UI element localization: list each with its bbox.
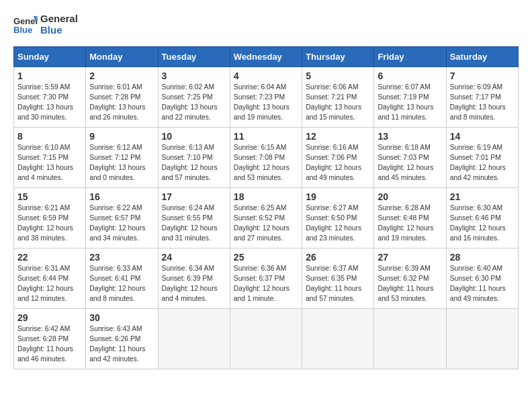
day-number: 8	[17, 131, 82, 142]
svg-text:Blue: Blue	[13, 25, 32, 35]
day-info: Sunrise: 6:02 AM Sunset: 7:25 PM Dayligh…	[162, 83, 226, 123]
col-header-monday: Monday	[86, 47, 158, 67]
header-row: SundayMondayTuesdayWednesdayThursdayFrid…	[14, 47, 519, 67]
day-number: 16	[89, 191, 154, 202]
day-info: Sunrise: 6:09 AM Sunset: 7:17 PM Dayligh…	[450, 83, 515, 123]
day-info: Sunrise: 6:01 AM Sunset: 7:28 PM Dayligh…	[89, 83, 154, 123]
day-cell	[302, 309, 374, 369]
day-cell: 23Sunrise: 6:33 AM Sunset: 6:41 PM Dayli…	[86, 248, 158, 309]
day-number: 30	[89, 312, 154, 323]
day-cell: 8Sunrise: 6:10 AM Sunset: 7:15 PM Daylig…	[14, 128, 86, 188]
day-number: 5	[306, 71, 370, 81]
day-number: 25	[234, 252, 298, 263]
calendar-table: SundayMondayTuesdayWednesdayThursdayFrid…	[13, 46, 519, 369]
day-number: 22	[17, 252, 82, 263]
day-cell	[230, 309, 302, 369]
day-cell: 11Sunrise: 6:15 AM Sunset: 7:08 PM Dayli…	[230, 128, 302, 188]
day-number: 14	[450, 131, 515, 142]
day-info: Sunrise: 6:19 AM Sunset: 7:01 PM Dayligh…	[450, 143, 515, 183]
day-info: Sunrise: 6:10 AM Sunset: 7:15 PM Dayligh…	[17, 143, 82, 183]
day-info: Sunrise: 6:06 AM Sunset: 7:21 PM Dayligh…	[306, 83, 370, 123]
day-cell: 30Sunrise: 6:43 AM Sunset: 6:26 PM Dayli…	[86, 309, 158, 369]
day-info: Sunrise: 6:21 AM Sunset: 6:59 PM Dayligh…	[17, 203, 82, 244]
day-number: 7	[450, 71, 515, 81]
day-cell: 9Sunrise: 6:12 AM Sunset: 7:12 PM Daylig…	[86, 128, 158, 188]
day-number: 1	[17, 71, 82, 81]
day-number: 19	[306, 191, 370, 202]
day-info: Sunrise: 6:34 AM Sunset: 6:39 PM Dayligh…	[162, 264, 226, 304]
day-number: 17	[162, 191, 226, 202]
logo-icon: General Blue	[13, 15, 38, 35]
day-info: Sunrise: 6:33 AM Sunset: 6:41 PM Dayligh…	[89, 264, 154, 304]
day-cell: 29Sunrise: 6:42 AM Sunset: 6:28 PM Dayli…	[14, 309, 86, 369]
col-header-sunday: Sunday	[14, 47, 86, 67]
day-cell	[158, 309, 230, 369]
day-number: 11	[234, 131, 298, 142]
day-cell: 27Sunrise: 6:39 AM Sunset: 6:32 PM Dayli…	[374, 248, 446, 309]
day-number: 6	[378, 71, 442, 81]
day-info: Sunrise: 6:27 AM Sunset: 6:50 PM Dayligh…	[306, 203, 370, 244]
header: General Blue General Blue	[13, 13, 519, 36]
day-cell: 13Sunrise: 6:18 AM Sunset: 7:03 PM Dayli…	[374, 128, 446, 188]
day-info: Sunrise: 6:18 AM Sunset: 7:03 PM Dayligh…	[378, 143, 442, 183]
day-info: Sunrise: 6:13 AM Sunset: 7:10 PM Dayligh…	[162, 143, 226, 183]
day-cell: 2Sunrise: 6:01 AM Sunset: 7:28 PM Daylig…	[86, 67, 158, 128]
day-info: Sunrise: 6:04 AM Sunset: 7:23 PM Dayligh…	[234, 83, 298, 123]
day-cell: 16Sunrise: 6:22 AM Sunset: 6:57 PM Dayli…	[86, 188, 158, 248]
day-number: 12	[306, 131, 370, 142]
day-cell: 25Sunrise: 6:36 AM Sunset: 6:37 PM Dayli…	[230, 248, 302, 309]
day-info: Sunrise: 6:25 AM Sunset: 6:52 PM Dayligh…	[234, 203, 298, 244]
day-info: Sunrise: 6:43 AM Sunset: 6:26 PM Dayligh…	[89, 324, 154, 365]
day-number: 28	[450, 252, 515, 263]
week-row-4: 22Sunrise: 6:31 AM Sunset: 6:44 PM Dayli…	[14, 248, 519, 309]
day-info: Sunrise: 6:40 AM Sunset: 6:30 PM Dayligh…	[450, 264, 515, 304]
day-cell: 14Sunrise: 6:19 AM Sunset: 7:01 PM Dayli…	[446, 128, 518, 188]
day-cell: 7Sunrise: 6:09 AM Sunset: 7:17 PM Daylig…	[446, 67, 518, 128]
day-info: Sunrise: 6:31 AM Sunset: 6:44 PM Dayligh…	[17, 264, 82, 304]
day-info: Sunrise: 6:36 AM Sunset: 6:37 PM Dayligh…	[234, 264, 298, 304]
day-cell: 4Sunrise: 6:04 AM Sunset: 7:23 PM Daylig…	[230, 67, 302, 128]
day-number: 26	[306, 252, 370, 263]
day-number: 9	[89, 131, 154, 142]
day-info: Sunrise: 6:28 AM Sunset: 6:48 PM Dayligh…	[378, 203, 442, 244]
day-cell: 15Sunrise: 6:21 AM Sunset: 6:59 PM Dayli…	[14, 188, 86, 248]
day-info: Sunrise: 5:59 AM Sunset: 7:30 PM Dayligh…	[17, 83, 82, 123]
day-info: Sunrise: 6:24 AM Sunset: 6:55 PM Dayligh…	[162, 203, 226, 244]
day-number: 23	[89, 252, 154, 263]
day-number: 4	[234, 71, 298, 81]
day-info: Sunrise: 6:16 AM Sunset: 7:06 PM Dayligh…	[306, 143, 370, 183]
day-cell: 5Sunrise: 6:06 AM Sunset: 7:21 PM Daylig…	[302, 67, 374, 128]
day-cell	[374, 309, 446, 369]
day-cell: 28Sunrise: 6:40 AM Sunset: 6:30 PM Dayli…	[446, 248, 518, 309]
col-header-saturday: Saturday	[446, 47, 518, 67]
day-info: Sunrise: 6:39 AM Sunset: 6:32 PM Dayligh…	[378, 264, 442, 304]
day-cell: 1Sunrise: 5:59 AM Sunset: 7:30 PM Daylig…	[14, 67, 86, 128]
week-row-5: 29Sunrise: 6:42 AM Sunset: 6:28 PM Dayli…	[14, 309, 519, 369]
day-cell: 24Sunrise: 6:34 AM Sunset: 6:39 PM Dayli…	[158, 248, 230, 309]
day-number: 2	[89, 71, 154, 81]
day-cell: 22Sunrise: 6:31 AM Sunset: 6:44 PM Dayli…	[14, 248, 86, 309]
day-number: 29	[17, 312, 82, 323]
col-header-wednesday: Wednesday	[230, 47, 302, 67]
day-number: 3	[162, 71, 226, 81]
col-header-friday: Friday	[374, 47, 446, 67]
day-info: Sunrise: 6:37 AM Sunset: 6:35 PM Dayligh…	[306, 264, 370, 304]
day-cell: 12Sunrise: 6:16 AM Sunset: 7:06 PM Dayli…	[302, 128, 374, 188]
day-number: 10	[162, 131, 226, 142]
day-cell: 6Sunrise: 6:07 AM Sunset: 7:19 PM Daylig…	[374, 67, 446, 128]
day-number: 21	[450, 191, 515, 202]
day-info: Sunrise: 6:42 AM Sunset: 6:28 PM Dayligh…	[17, 324, 82, 365]
day-info: Sunrise: 6:12 AM Sunset: 7:12 PM Dayligh…	[89, 143, 154, 183]
week-row-2: 8Sunrise: 6:10 AM Sunset: 7:15 PM Daylig…	[14, 128, 519, 188]
day-cell: 26Sunrise: 6:37 AM Sunset: 6:35 PM Dayli…	[302, 248, 374, 309]
day-number: 13	[378, 131, 442, 142]
day-number: 20	[378, 191, 442, 202]
day-cell: 17Sunrise: 6:24 AM Sunset: 6:55 PM Dayli…	[158, 188, 230, 248]
day-info: Sunrise: 6:15 AM Sunset: 7:08 PM Dayligh…	[234, 143, 298, 183]
logo: General Blue General Blue	[13, 13, 78, 36]
week-row-1: 1Sunrise: 5:59 AM Sunset: 7:30 PM Daylig…	[14, 67, 519, 128]
day-number: 18	[234, 191, 298, 202]
day-cell: 3Sunrise: 6:02 AM Sunset: 7:25 PM Daylig…	[158, 67, 230, 128]
day-info: Sunrise: 6:22 AM Sunset: 6:57 PM Dayligh…	[89, 203, 154, 244]
day-cell	[446, 309, 518, 369]
